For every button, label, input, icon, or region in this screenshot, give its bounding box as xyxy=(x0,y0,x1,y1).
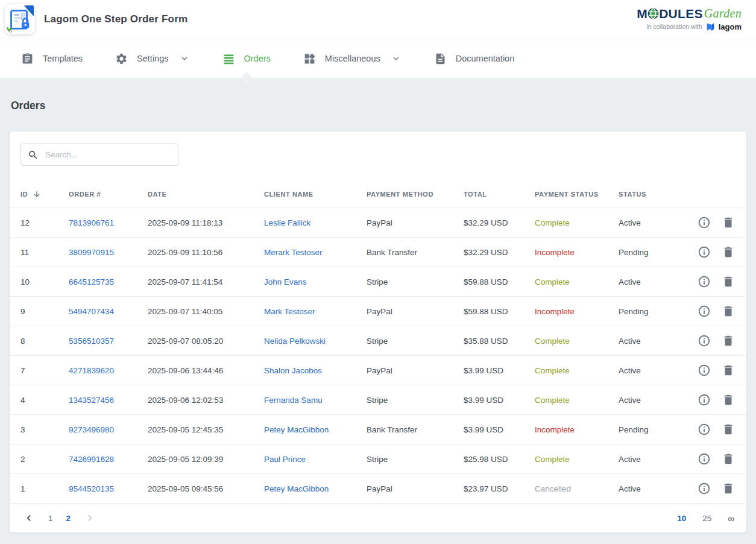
order-number-link[interactable]: 6645125735 xyxy=(69,277,148,286)
collab-text: in collaboration with xyxy=(646,23,702,30)
delete-icon[interactable] xyxy=(722,482,735,495)
column-header-method[interactable]: PAYMENT METHOD xyxy=(367,191,464,198)
column-header-order[interactable]: ORDER # xyxy=(69,191,148,198)
sort-desc-icon[interactable] xyxy=(33,190,41,198)
brand-modules-rest: DULES xyxy=(659,7,703,20)
nav-label: Settings xyxy=(137,54,168,63)
info-icon[interactable] xyxy=(698,452,711,466)
order-status: Pending xyxy=(619,425,674,434)
client-name-link[interactable]: Nelida Pelkowski xyxy=(264,337,367,346)
page-size-infinity[interactable]: ∞ xyxy=(728,513,734,523)
order-number-link[interactable]: 4271839620 xyxy=(69,366,148,375)
client-name-link[interactable]: Mark Testoser xyxy=(264,307,367,316)
order-number-link[interactable]: 7813906761 xyxy=(69,218,148,227)
order-id: 2 xyxy=(20,455,69,464)
client-name-link[interactable]: Fernanda Samu xyxy=(264,396,367,405)
nav-item-miscellaneous[interactable]: Miscellaneous xyxy=(287,39,418,78)
delete-icon[interactable] xyxy=(722,452,735,466)
order-id: 12 xyxy=(20,218,69,227)
payment-status: Incomplete xyxy=(535,425,619,434)
client-name-link[interactable]: Petey MacGibbon xyxy=(264,484,367,493)
order-total: $3.99 USD xyxy=(464,396,535,405)
info-icon[interactable] xyxy=(698,364,711,377)
order-number-link[interactable]: 9544520135 xyxy=(69,484,148,493)
page-size-10[interactable]: 10 xyxy=(677,514,686,523)
chevron-down-icon xyxy=(179,53,190,64)
payment-status: Complete xyxy=(535,337,619,346)
delete-icon[interactable] xyxy=(722,216,735,229)
order-number-link[interactable]: 3809970915 xyxy=(69,248,148,257)
info-icon[interactable] xyxy=(698,482,711,495)
clipboard-icon xyxy=(21,52,34,65)
search-input[interactable] xyxy=(45,150,171,159)
column-header-total[interactable]: TOTAL xyxy=(464,191,535,198)
delete-icon[interactable] xyxy=(722,364,735,377)
prev-page-icon[interactable] xyxy=(23,512,35,524)
delete-icon[interactable] xyxy=(722,334,735,347)
order-number-link[interactable]: 7426991628 xyxy=(69,455,148,464)
nav-item-templates[interactable]: Templates xyxy=(5,39,99,78)
delete-icon[interactable] xyxy=(722,423,735,436)
info-icon[interactable] xyxy=(698,216,711,229)
column-header-payment-status[interactable]: PAYMENT STATUS xyxy=(535,191,619,198)
page-size-25[interactable]: 25 xyxy=(702,514,711,523)
column-header-status[interactable]: STATUS xyxy=(619,191,674,198)
order-total: $35.88 USD xyxy=(464,337,535,346)
nav-item-orders[interactable]: Orders xyxy=(206,39,287,78)
nav-item-documentation[interactable]: Documentation xyxy=(418,39,531,78)
collaboration-line: in collaboration with lagom xyxy=(637,22,742,32)
order-date: 2025-09-07 11:41:54 xyxy=(148,277,264,286)
page-button-2[interactable]: 2 xyxy=(66,514,71,523)
payment-status: Complete xyxy=(535,277,619,286)
list-icon xyxy=(222,52,235,65)
nav-label: Documentation xyxy=(456,54,515,63)
search-box[interactable] xyxy=(20,144,178,166)
client-name-link[interactable]: Paul Prince xyxy=(264,455,367,464)
client-name-link[interactable]: Petey MacGibbon xyxy=(264,425,367,434)
order-status: Active xyxy=(619,455,674,464)
table-row: 1 9544520135 2025-09-05 09:45:56 Petey M… xyxy=(10,473,746,503)
client-name-link[interactable]: John Evans xyxy=(264,277,367,286)
order-id: 7 xyxy=(20,366,69,375)
order-number-link[interactable]: 9273496980 xyxy=(69,425,148,434)
order-status: Active xyxy=(619,218,674,227)
info-icon[interactable] xyxy=(698,275,711,288)
order-date: 2025-09-06 12:02:53 xyxy=(148,396,264,405)
order-number-link[interactable]: 5494707434 xyxy=(69,307,148,316)
order-date: 2025-09-07 11:40:05 xyxy=(148,307,264,316)
column-header-client[interactable]: CLIENT NAME xyxy=(264,191,367,198)
order-number-link[interactable]: 5356510357 xyxy=(69,337,148,346)
client-name-link[interactable]: Shalon Jacobos xyxy=(264,366,367,375)
order-status: Active xyxy=(619,484,674,493)
column-header-id[interactable]: ID xyxy=(20,190,69,198)
order-number-link[interactable]: 1343527456 xyxy=(69,396,148,405)
page-button-1[interactable]: 1 xyxy=(48,514,53,523)
payment-method: Stripe xyxy=(367,396,464,405)
delete-icon[interactable] xyxy=(722,393,735,406)
order-total: $32.29 USD xyxy=(464,218,535,227)
order-total: $25.98 USD xyxy=(464,455,535,464)
info-icon[interactable] xyxy=(698,393,711,406)
delete-icon[interactable] xyxy=(722,245,735,259)
info-icon[interactable] xyxy=(698,305,711,318)
table-row: 4 1343527456 2025-09-06 12:02:53 Fernand… xyxy=(10,385,746,414)
column-header-date[interactable]: DATE xyxy=(148,191,264,198)
chevron-down-icon xyxy=(391,53,402,64)
table-row: 2 7426991628 2025-09-05 12:09:39 Paul Pr… xyxy=(10,444,746,473)
client-name-link[interactable]: Merark Testoser xyxy=(264,248,367,257)
info-icon[interactable] xyxy=(698,334,711,347)
module-logo-icon xyxy=(5,4,35,34)
payment-method: PayPal xyxy=(367,484,464,493)
order-total: $23.97 USD xyxy=(464,484,535,493)
delete-icon[interactable] xyxy=(722,275,735,288)
info-icon[interactable] xyxy=(698,245,711,259)
next-page-icon[interactable] xyxy=(84,512,96,524)
table-header-row: ID ORDER # DATE CLIENT NAME PAYMENT METH… xyxy=(10,181,746,207)
nav-item-settings[interactable]: Settings xyxy=(99,39,206,78)
delete-icon[interactable] xyxy=(722,305,735,318)
info-icon[interactable] xyxy=(698,423,711,436)
nav-label: Miscellaneous xyxy=(325,54,380,63)
order-date: 2025-09-07 08:05:20 xyxy=(148,337,264,346)
client-name-link[interactable]: Leslie Fallick xyxy=(264,218,367,227)
payment-status: Complete xyxy=(535,366,619,375)
